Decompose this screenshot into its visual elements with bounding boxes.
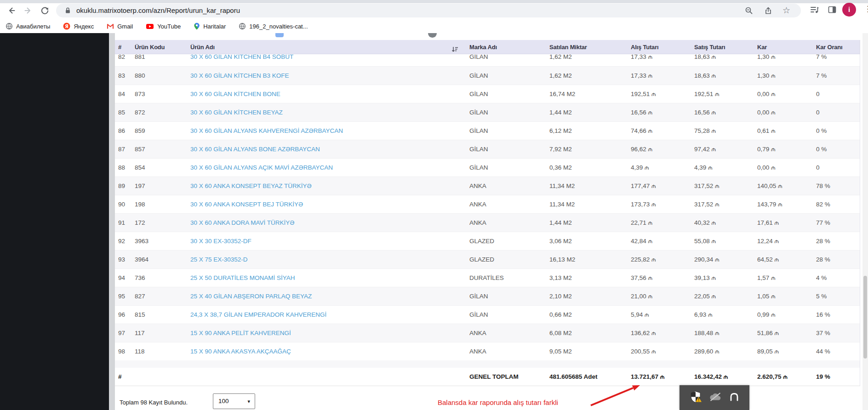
row-index: 93 (115, 251, 135, 268)
select-chevron-icon: ▾ (247, 394, 250, 409)
column-header-marka-adi[interactable]: Marka Adı (469, 40, 549, 54)
menu-dots-icon[interactable]: ⋮ (864, 4, 868, 14)
svg-text:!: ! (698, 398, 700, 402)
clipped-help-icon (428, 33, 437, 38)
product-link[interactable]: 15 X 90 ANKA PELİT KAHVERENGİ (190, 324, 469, 342)
total-profit-ratio: 19 % (816, 368, 860, 386)
product-code: 880 (135, 67, 190, 85)
column-header-urun-adi[interactable]: Ürün Adı (190, 40, 469, 54)
column-header-label: Ürün Adı (190, 44, 215, 51)
url-text[interactable]: okuklu.matrixotoerp.com/azn/Report/urun_… (76, 4, 240, 17)
product-link[interactable]: 30 X 60 GİLAN KİTCHEN BEYAZ (190, 103, 469, 121)
profit: 143,79 ₼ (757, 195, 816, 213)
table-row: 8288130 X 60 GİLAN KİTCHEN B4 SÖBÜTGİLAN… (115, 54, 860, 66)
product-profit-report-table: #Ürün KoduÜrün AdıMarka AdıSatılan Mikta… (115, 40, 860, 386)
defender-shield-icon[interactable]: ! (690, 391, 702, 405)
refresh-icon (40, 6, 49, 15)
profit-ratio: 7 % (816, 54, 860, 66)
app-sidebar-collapsed[interactable] (0, 33, 109, 410)
bookmark-item[interactable]: YouTube (146, 23, 181, 30)
sort-icon[interactable] (451, 44, 458, 51)
empty-row (115, 360, 860, 368)
product-code: 873 (135, 85, 190, 103)
media-controls-icon[interactable] (810, 5, 819, 14)
column-header-urun-kodu[interactable]: Ürün Kodu (135, 40, 190, 54)
product-code: 117 (135, 324, 190, 342)
product-link[interactable]: 30 X 60 GİLAN ALYANS KAHVERENGİ AZƏRBAYC… (190, 122, 469, 140)
sold-quantity: 3,06 M2 (549, 232, 631, 250)
maps-icon (194, 23, 200, 30)
bookmark-item[interactable]: ЯЯндекс (63, 23, 94, 30)
product-link[interactable]: 30 X 60 GİLAN KİTCHEN B4 SÖBÜT (190, 54, 469, 66)
profit-ratio: 78 % (816, 177, 860, 195)
product-link[interactable]: 25 X 50 DURATİLES MONAMİ SİYAH (190, 269, 469, 287)
column-header-kar-orani[interactable]: Kar Oranı (816, 40, 860, 54)
refresh-button[interactable] (39, 5, 51, 17)
total-profit: 2.620,75 ₼ (757, 368, 816, 386)
product-link[interactable]: 15 X 90 ANKA AKASYA AKÇAAĞAÇ (190, 342, 469, 360)
purchase-amount: 173,73 ₼ (631, 195, 694, 213)
row-index: 91 (115, 214, 135, 232)
product-link[interactable]: 30 X 30 EX-30352-DF (190, 232, 469, 250)
column-header-alis-tutari[interactable]: Alış Tutarı (631, 40, 694, 54)
brand-name: DURATİLES (469, 269, 549, 287)
bookmark-item[interactable]: Haritalar (194, 23, 226, 30)
product-link[interactable]: 30 X 60 ANKA KONSEPT BEJ TÜRKİYƏ (190, 195, 469, 213)
purchase-amount: 17,33 ₼ (631, 67, 694, 85)
bookmark-label: Gmail (117, 23, 133, 30)
onedrive-offline-icon[interactable] (709, 392, 722, 403)
column-header-satis-tutari[interactable]: Satış Tutarı (694, 40, 757, 54)
column-header-satilan-miktar[interactable]: Satılan Miktar (549, 40, 631, 54)
row-index: 90 (115, 195, 135, 213)
total-product-code (135, 368, 190, 386)
page-size-select[interactable]: 100 ▾ (213, 393, 255, 409)
product-code: 3964 (135, 251, 190, 268)
brand-name: GİLAN (469, 122, 549, 140)
column-header-kar[interactable]: Kar (757, 40, 816, 54)
column-header-num[interactable]: # (115, 40, 135, 54)
row-index: 82 (115, 54, 135, 66)
brand-name: GİLAN (469, 140, 549, 158)
product-link[interactable]: 30 X 60 GİLAN KİTCHEN BONE (190, 85, 469, 103)
total-product-link (190, 368, 469, 386)
column-header-label: Satış Tutarı (694, 44, 725, 51)
table-row: 8388030 X 60 GİLAN KİTCHEN B3 KOFEGİLAN1… (115, 66, 860, 85)
product-link[interactable]: 24,3 X 38,7 GİLAN EMPERADOR KAHVERENGİ (190, 306, 469, 324)
page-scrollbar-thumb[interactable] (863, 276, 867, 359)
row-index: 87 (115, 140, 135, 158)
brand-name: ANKA (469, 195, 549, 213)
product-link[interactable]: 30 X 60 ANKA KONSEPT BEYAZ TÜRKİYƏ (190, 177, 469, 195)
annotation-arrow (570, 380, 648, 408)
product-link[interactable]: 30 X 60 GİLAN ALYANS BONE AZƏRBAYCAN (190, 140, 469, 158)
sales-amount: 290,34 ₼ (694, 251, 757, 268)
product-link[interactable]: 30 X 60 ANKA DORA MAVİ TÜRKİYƏ (190, 214, 469, 232)
forward-button[interactable] (22, 5, 34, 17)
purchase-amount: 192,51 ₼ (631, 85, 694, 103)
sales-amount: 317,52 ₼ (694, 195, 757, 213)
bookmark-star-icon[interactable]: ☆ (782, 5, 791, 13)
profile-avatar[interactable]: i (842, 3, 856, 17)
purchase-amount: 4,39 ₼ (631, 159, 694, 177)
sold-quantity: 1,44 M2 (549, 214, 631, 232)
product-link[interactable]: 25 X 40 GİLAN ABŞERON PARLAQ BEYAZ (190, 287, 469, 305)
product-link[interactable]: 30 X 60 GİLAN KİTCHEN B3 KOFE (190, 67, 469, 85)
address-bar[interactable]: okuklu.matrixotoerp.com/azn/Report/urun_… (56, 4, 801, 17)
sold-quantity: 1,62 M2 (549, 67, 631, 85)
sales-amount: 16,56 ₼ (694, 103, 757, 121)
side-panel-icon[interactable] (828, 5, 837, 14)
product-link[interactable]: 30 X 60 GİLAN ALYANS AÇIK MAVİ AZƏRBAYCA… (190, 159, 469, 177)
purchase-amount: 225,82 ₼ (631, 251, 694, 268)
back-button[interactable] (6, 5, 17, 17)
zoom-magnifier-icon[interactable] (745, 6, 753, 15)
wave-icon[interactable] (729, 392, 739, 404)
tab-strip-edge (0, 0, 868, 3)
product-code: 3963 (135, 232, 190, 250)
share-icon[interactable] (764, 6, 772, 15)
bookmark-item[interactable]: Gmail (107, 23, 133, 30)
sold-quantity: 3,13 M2 (549, 269, 631, 287)
sold-quantity: 7,92 M2 (549, 140, 631, 158)
bookmark-item[interactable]: Авиабилеты (6, 23, 50, 30)
profit: 89,05 ₼ (757, 342, 816, 360)
product-link[interactable]: 25 X 75 EX-30352-D (190, 251, 469, 268)
bookmark-item[interactable]: 196_2_novalties-cat... (239, 23, 308, 30)
